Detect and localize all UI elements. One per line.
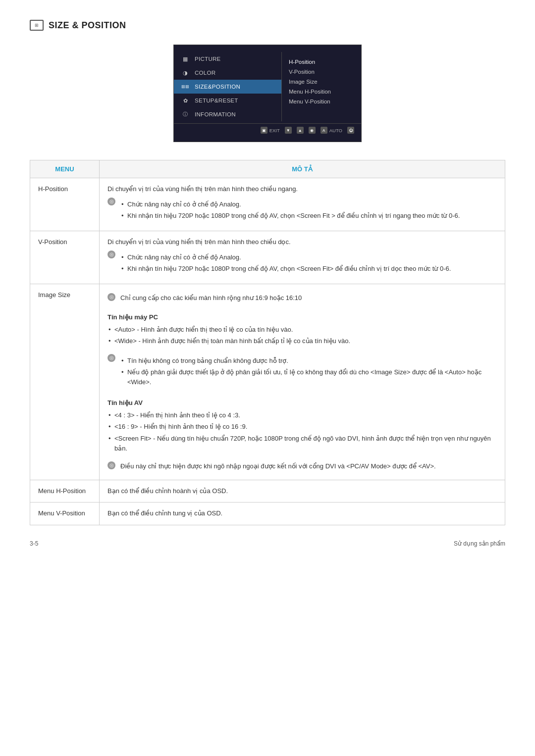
enter-icon: ◉ — [309, 127, 316, 134]
osd-auto-btn: A AUTO — [321, 127, 342, 134]
list-item: <4 : 3> - Hiển thị hình ảnh theo tỉ lệ c… — [107, 410, 497, 420]
osd-power-btn: ⏻ — [347, 127, 354, 134]
main-table: MENU MÔ TẢ H-Position Di chuyển vị trí c… — [30, 160, 505, 525]
list-item: Khi nhận tín hiệu 720P hoặc 1080P trong … — [120, 211, 497, 221]
table-row: Menu H-Position Bạn có thể điều chỉnh ho… — [30, 480, 505, 503]
table-row: V-Position Di chuyển vị trí của vùng hiể… — [30, 231, 505, 284]
note-icon-pc: ◎ — [107, 354, 115, 362]
page-number: 3-5 — [30, 540, 38, 547]
page-footer: 3-5 Sử dụng sản phẩm — [30, 540, 505, 547]
osd-item-picture: ▦ PICTURE — [174, 52, 281, 66]
desc-cell-menu-h: Bạn có thể điều chỉnh hoành vị của OSD. — [100, 480, 505, 503]
osd-bottom-bar: ▣ EXIT ▼ ▲ ◉ A AUTO ⏻ — [174, 123, 361, 137]
osd-item-color: ◑ COLOR — [174, 66, 281, 80]
list-item: <Auto> - Hình ảnh được hiển thị theo tỉ … — [107, 325, 497, 335]
note-icon-img-top: ◎ — [107, 293, 115, 301]
col-menu-header: MENU — [30, 160, 100, 178]
note-icon-h: ◎ — [107, 198, 115, 205]
v-position-main-desc: Di chuyển vị trí của vùng hiển thị trên … — [107, 237, 497, 248]
h-position-main-desc: Di chuyển vị trí của vùng hiển thị trên … — [107, 184, 497, 195]
note-icon-av: ◎ — [107, 461, 115, 469]
list-item: Khi nhận tín hiệu 720P hoặc 1080P trong … — [120, 264, 497, 274]
list-item: Nếu độ phân giải được thiết lập ở độ phâ… — [120, 367, 497, 387]
menu-cell-menu-h: Menu H-Position — [30, 480, 100, 503]
osd-item-setup: ✿ SETUP&RESET — [174, 94, 281, 107]
v-position-bullets: Chức năng này chỉ có ở chế độ Analog. Kh… — [120, 252, 497, 274]
v-position-note: ◎ Chức năng này chỉ có ở chế độ Analog. … — [107, 251, 497, 276]
auto-icon: A — [321, 127, 327, 134]
pc-signal-title: Tín hiệu máy PC — [107, 312, 497, 323]
h-position-bullets: Chức năng này chỉ có ở chế độ Analog. Kh… — [120, 200, 497, 221]
image-size-pc-note-content: Tín hiệu không có trong bảng chuẩn không… — [120, 354, 497, 389]
menu-cell-h-position: H-Position — [30, 178, 100, 231]
osd-sub-menu-v: Menu V-Position — [289, 99, 354, 104]
picture-icon: ▦ — [181, 54, 190, 63]
sizepos-icon: ⊞⊞ — [181, 82, 190, 91]
osd-submenu: H-Position V-Position Image Size Menu H-… — [282, 52, 361, 121]
page-header: ⊞ SIZE & POSITION — [30, 20, 505, 31]
image-size-top-desc: Chỉ cung cấp cho các kiểu màn hình rộng … — [120, 293, 302, 303]
table-row: Menu V-Position Bạn có thể điều chỉnh tu… — [30, 503, 505, 525]
note-icon-v: ◎ — [107, 251, 115, 258]
osd-sub-h-position: H-Position — [289, 59, 354, 65]
osd-sub-image-size: Image Size — [289, 79, 354, 85]
table-row: Image Size ◎ Chỉ cung cấp cho các kiểu m… — [30, 284, 505, 480]
osd-exit-btn: ▣ EXIT — [261, 127, 280, 134]
h-position-note-content: Chức năng này chỉ có ở chế độ Analog. Kh… — [120, 198, 497, 223]
image-size-av-note-text: Điều này chỉ thực hiện được khi ngõ nhập… — [120, 461, 436, 472]
h-position-note: ◎ Chức năng này chỉ có ở chế độ Analog. … — [107, 198, 497, 223]
color-icon: ◑ — [181, 68, 190, 77]
osd-item-sizepos: ⊞⊞ SIZE&POSITION — [174, 80, 281, 94]
osd-enter-btn: ◉ — [309, 127, 316, 134]
osd-item-info: ⓘ INFORMATION — [174, 107, 281, 121]
image-size-top-note: ◎ Chỉ cung cấp cho các kiểu màn hình rộn… — [107, 293, 497, 303]
list-item: Chức năng này chỉ có ở chế độ Analog. — [120, 200, 497, 209]
desc-cell-image-size: ◎ Chỉ cung cấp cho các kiểu màn hình rộn… — [100, 284, 505, 480]
down-icon: ▼ — [285, 127, 292, 134]
osd-sub-v-position: V-Position — [289, 69, 354, 75]
power-icon: ⏻ — [347, 127, 354, 134]
setup-icon: ✿ — [181, 96, 190, 105]
osd-menu-list: ▦ PICTURE ◑ COLOR ⊞⊞ SIZE&POSITION ✿ SET… — [174, 52, 282, 121]
menu-cell-image-size: Image Size — [30, 284, 100, 480]
v-position-note-content: Chức năng này chỉ có ở chế độ Analog. Kh… — [120, 251, 497, 276]
list-item: Tín hiệu không có trong bảng chuẩn không… — [120, 356, 497, 366]
menu-cell-v-position: V-Position — [30, 231, 100, 284]
page-title: SIZE & POSITION — [49, 20, 126, 31]
table-row: H-Position Di chuyển vị trí của vùng hiể… — [30, 178, 505, 231]
desc-cell-menu-v: Bạn có thể điều chỉnh tung vị của OSD. — [100, 503, 505, 525]
menu-cell-menu-v: Menu V-Position — [30, 503, 100, 525]
list-item: Chức năng này chỉ có ở chế độ Analog. — [120, 252, 497, 262]
list-item: <16 : 9> - Hiển thị hình ảnh theo tỉ lệ … — [107, 422, 497, 432]
desc-cell-v-position: Di chuyển vị trí của vùng hiển thị trên … — [100, 231, 505, 284]
list-item: <Screen Fit> - Nếu dùng tín hiệu chuẩn 7… — [107, 434, 497, 454]
pc-note-bullets: Tín hiệu không có trong bảng chuẩn không… — [120, 356, 497, 387]
pc-signal-bullets: <Auto> - Hình ảnh được hiển thị theo tỉ … — [107, 325, 497, 346]
image-size-av-note: ◎ Điều này chỉ thực hiện được khi ngõ nh… — [107, 461, 497, 472]
osd-down-btn: ▼ — [285, 127, 292, 134]
osd-screenshot: ▦ PICTURE ◑ COLOR ⊞⊞ SIZE&POSITION ✿ SET… — [30, 45, 505, 142]
desc-cell-h-position: Di chuyển vị trí của vùng hiển thị trên … — [100, 178, 505, 231]
up-icon: ▲ — [297, 127, 304, 134]
osd-up-btn: ▲ — [297, 127, 304, 134]
av-signal-title: Tín hiệu AV — [107, 398, 497, 408]
info-icon: ⓘ — [181, 110, 190, 119]
av-signal-bullets: <4 : 3> - Hiển thị hình ảnh theo tỉ lệ c… — [107, 410, 497, 454]
exit-icon: ▣ — [261, 127, 268, 134]
list-item: <Wide> - Hình ảnh được hiển thị toàn màn… — [107, 336, 497, 346]
header-icon: ⊞ — [30, 20, 44, 31]
osd-sub-menu-h: Menu H-Position — [289, 89, 354, 95]
image-size-pc-note: ◎ Tín hiệu không có trong bảng chuẩn khô… — [107, 354, 497, 389]
osd-box: ▦ PICTURE ◑ COLOR ⊞⊞ SIZE&POSITION ✿ SET… — [173, 45, 362, 142]
col-desc-header: MÔ TẢ — [100, 160, 505, 178]
footer-right-text: Sử dụng sản phẩm — [454, 540, 505, 547]
